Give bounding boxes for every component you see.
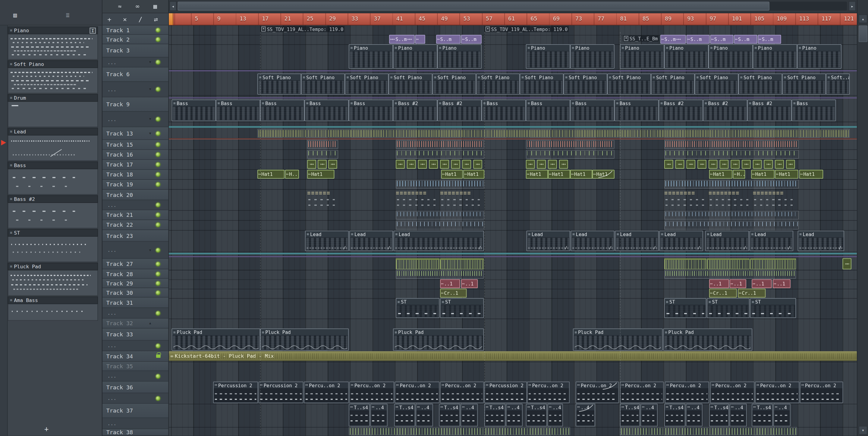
tick-pattern-clip[interactable] xyxy=(664,180,799,189)
collapse-up-icon[interactable]: ▴ xyxy=(149,321,152,326)
pattern-clip[interactable]: ≡Lead/ xyxy=(305,231,349,251)
track-enable-led[interactable] xyxy=(156,117,161,122)
hat-clip[interactable]: ↦Hat1 xyxy=(548,170,570,178)
pattern-item-drum[interactable]: ≡Drum xyxy=(8,94,98,127)
track-enable-led[interactable] xyxy=(156,182,161,187)
hat-clip[interactable]: ↦Hat1 xyxy=(709,170,733,178)
pattern-clip[interactable]: ≡Soft Piano xyxy=(782,73,826,95)
track-enable-led[interactable] xyxy=(156,87,161,92)
pattern-clip[interactable]: ≡Bass xyxy=(526,100,570,121)
sample-pattern-clip[interactable]: ↦..4 xyxy=(370,404,388,426)
track-lock-icon[interactable] xyxy=(156,355,161,358)
percussion-clip[interactable]: ↦Percu..on 2 xyxy=(527,381,569,403)
percussion-clip[interactable]: ↦Percu..on 2 xyxy=(440,381,484,403)
hat-mini-clip[interactable]: ↦↦ xyxy=(307,160,316,169)
track-enable-led[interactable] xyxy=(156,247,161,253)
pattern-clip[interactable]: ≡Soft Piano xyxy=(520,73,564,95)
track-header-track-9[interactable]: Track 9 xyxy=(102,97,168,112)
track-header-track-37[interactable]: Track 37 xyxy=(102,404,168,418)
percussion-clip[interactable]: ↦Percussion 2 xyxy=(258,381,304,403)
track-header-track-36[interactable]: Track 36 xyxy=(102,381,168,393)
note-stack-clip[interactable]: ≡≡≡≡≡≡≡≡ xyxy=(396,190,439,209)
sample-clip[interactable]: ↦S..m xyxy=(734,35,757,44)
sample-pattern-clip[interactable]: ↦..4 xyxy=(686,404,703,426)
pattern-clip[interactable]: ≡Piano xyxy=(526,44,570,69)
pattern-clip[interactable]: ≡Bass #2 xyxy=(703,100,747,121)
track-header-track-34[interactable]: Track 34 xyxy=(102,351,168,362)
pattern-clip[interactable]: ≡Piano xyxy=(393,44,437,69)
note-stack-clip[interactable]: ≡≡≡≡≡≡ xyxy=(307,190,338,209)
slide-note-clip[interactable]: ↦..1 xyxy=(709,279,729,288)
track-enable-led[interactable] xyxy=(156,162,161,167)
collapse-down-icon[interactable]: ▾ xyxy=(149,60,152,65)
track-header-track-28[interactable]: Track 28 xyxy=(102,269,168,278)
pattern-clip[interactable]: ≡Lead/ xyxy=(527,231,570,251)
track-header-track-33[interactable]: Track 33 xyxy=(102,329,168,340)
track-enable-led[interactable] xyxy=(156,142,161,147)
track-enable-led[interactable] xyxy=(156,60,161,65)
pattern-clip[interactable]: ≡Pluck Pad xyxy=(663,329,752,350)
track-header-collapsed[interactable]: ...▾ xyxy=(102,112,168,127)
hat-clip[interactable]: ↦Hat1 xyxy=(751,170,774,178)
track-header-track-13[interactable]: Track 13▾ xyxy=(102,127,168,140)
pattern-clip[interactable]: ≡Bass xyxy=(615,100,659,121)
pattern-clip[interactable]: ≡Piano xyxy=(620,44,664,69)
comb-pattern-clip[interactable] xyxy=(396,258,439,269)
tick-pattern-clip[interactable] xyxy=(396,150,484,159)
track-header-track-19[interactable]: Track 19 xyxy=(102,180,168,190)
hat-clip[interactable]: ↦Hat1 xyxy=(441,170,463,178)
pattern-clip[interactable]: ≡Soft Piano xyxy=(432,73,476,95)
pattern-item-piano[interactable]: ≡PianoI xyxy=(8,27,98,60)
pattern-clip[interactable]: ≡Lead/ xyxy=(394,231,484,251)
sample-pattern-clip[interactable]: ↦T..s4 xyxy=(526,404,547,426)
crash-clip[interactable]: ↦Cr..1 xyxy=(440,289,467,298)
sample-pattern-clip[interactable]: ↦..4 xyxy=(773,404,790,426)
sample-clip[interactable]: ↦ xyxy=(415,35,425,44)
hat-mini-clip[interactable]: ↦↦ xyxy=(473,160,482,169)
track-header-track-21[interactable]: Track 21 xyxy=(102,210,168,220)
tick-pattern-clip[interactable] xyxy=(664,221,799,229)
sample-pattern-clip[interactable]: ↦..4 xyxy=(576,404,595,426)
add-track-button[interactable]: + xyxy=(107,16,111,23)
wave-scroll-icon[interactable]: ≈ xyxy=(118,3,121,9)
comb-pattern-clip[interactable] xyxy=(750,258,796,269)
pattern-clip[interactable]: ≡Lead/ xyxy=(659,231,703,251)
marker-close-icon[interactable]: × xyxy=(261,27,266,32)
sample-clip[interactable]: ↦S..m xyxy=(687,35,710,44)
track-enable-led[interactable] xyxy=(156,212,161,217)
hat-clip[interactable]: ↦H.. xyxy=(733,170,745,178)
pattern-item-lead[interactable]: ≡Lead xyxy=(8,128,98,161)
track-enable-led[interactable] xyxy=(156,202,161,207)
crash-clip[interactable]: ↦Cr..1 xyxy=(738,289,766,298)
track-header-collapsed[interactable]: ... xyxy=(102,418,168,429)
playhead-marker[interactable] xyxy=(169,13,173,25)
percussion-clip[interactable]: ↦Percu..on 2 xyxy=(395,381,440,403)
percussion-clip[interactable]: ↦Percu..on 2 xyxy=(620,381,664,403)
tick-pattern-clip[interactable] xyxy=(396,140,484,149)
comb-pattern-clip[interactable] xyxy=(440,258,484,269)
track-header-track-27[interactable]: Track 27 xyxy=(102,259,168,269)
hat-mini-clip[interactable]: ↦↦ xyxy=(842,258,851,269)
track-enable-led[interactable] xyxy=(156,310,161,315)
sample-pattern-clip[interactable]: ↦..4 xyxy=(506,404,523,426)
collapse-down-icon[interactable]: ▾ xyxy=(149,131,152,136)
track-enable-led[interactable] xyxy=(156,131,161,136)
pattern-clip[interactable]: ≡Piano xyxy=(437,44,482,69)
sample-pattern-clip[interactable]: ↦T..s4 xyxy=(394,404,415,426)
pattern-clip[interactable]: ≡Bass xyxy=(216,100,260,121)
vertical-scrollbar[interactable]: ▴ ▾ xyxy=(857,0,868,436)
track-header-collapsed[interactable]: ...▾ xyxy=(102,58,168,67)
pattern-picker-icon[interactable]: ▥ xyxy=(13,12,17,18)
tick-pattern-clip[interactable] xyxy=(307,140,338,149)
hat-clip[interactable]: ↦H.. xyxy=(285,170,299,178)
tick-pattern-clip[interactable] xyxy=(620,427,797,435)
pattern-clip[interactable]: ≡Soft Piano xyxy=(389,73,432,95)
sample-clip[interactable]: ↦S..m xyxy=(436,35,461,44)
collapse-down-icon[interactable]: ▾ xyxy=(149,117,152,122)
tick-pattern-clip[interactable] xyxy=(664,150,799,159)
pattern-clip[interactable]: ≡Lead/ xyxy=(705,231,749,251)
pattern-clip[interactable]: ≡ST xyxy=(396,298,439,318)
pattern-clip[interactable]: ≡Soft Piano xyxy=(564,73,607,95)
track-header-track-22[interactable]: Track 22 xyxy=(102,220,168,230)
grid-panel-icon[interactable]: ▦ xyxy=(153,3,157,9)
